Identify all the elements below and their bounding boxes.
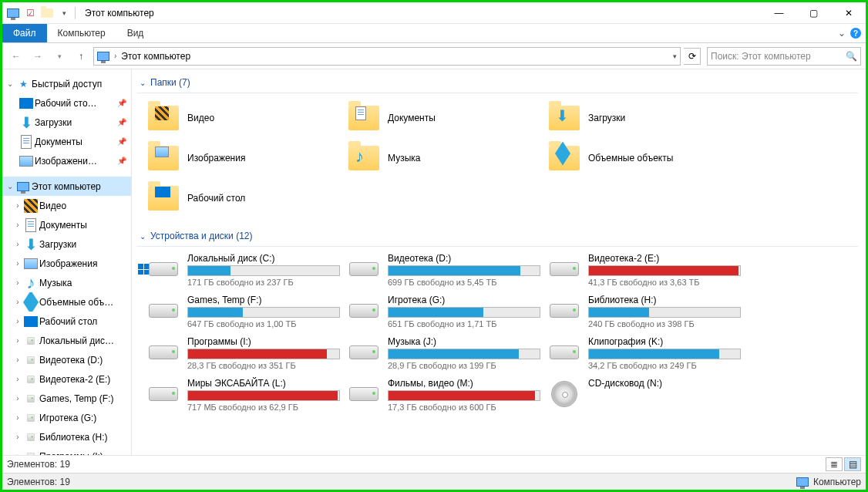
folder-item[interactable]: ♪ Музыка	[348, 140, 540, 177]
qat-newfolder-icon[interactable]	[39, 5, 55, 21]
drive-free-text: 171 ГБ свободно из 237 ГБ	[187, 278, 340, 287]
titlebar: ☑ ▾ Этот компьютер — ▢ ✕	[2, 2, 866, 24]
ribbon-collapse-icon[interactable]: ⌄	[838, 28, 846, 39]
address-icon	[97, 52, 109, 61]
taskbar-right-label: Компьютер	[813, 477, 861, 487]
drive-capacity-bar	[187, 349, 340, 359]
drive-icon	[147, 336, 180, 369]
nav-history-dropdown[interactable]: ▾	[50, 47, 69, 66]
address-text: Этот компьютер	[121, 51, 190, 62]
view-tiles-button[interactable]: ▤	[844, 457, 861, 471]
chevron-right-icon: ›	[114, 52, 116, 60]
drive-name: Видеотека (D:)	[388, 253, 540, 264]
nav-forward-button[interactable]: →	[29, 47, 47, 66]
help-icon[interactable]: ?	[850, 28, 861, 39]
nav-back-button[interactable]: ←	[7, 47, 25, 66]
drive-name: Библиотека (H:)	[588, 295, 741, 305]
download-icon: ⬇	[24, 238, 38, 251]
tree-pc-item[interactable]: ›Видеотека-2 (E:)	[2, 369, 131, 389]
folder-item[interactable]: Объемные объекты	[548, 140, 741, 177]
tree-pc-item[interactable]: ›Рабочий стол	[2, 312, 131, 331]
taskbar-left: Элементов: 19	[7, 477, 70, 487]
nav-up-button[interactable]: ↑	[72, 47, 90, 66]
drive-item[interactable]: Видеотека (D:) 699 ГБ свободно из 5,45 Т…	[348, 253, 540, 287]
tree-pc-item[interactable]: ›Библиотека (H:)	[2, 427, 131, 447]
ribbon-tab-view[interactable]: Вид	[116, 24, 155, 42]
qat-app-icon[interactable]	[5, 5, 21, 21]
address-bar[interactable]: › Этот компьютер ▾	[93, 47, 681, 66]
folder-label: Рабочий стол	[187, 193, 245, 204]
address-dropdown-icon[interactable]: ▾	[673, 52, 677, 60]
view-details-button[interactable]: ≣	[826, 457, 843, 471]
drive-capacity-bar	[388, 390, 540, 401]
drive-name: Миры ЭКСАБАЙТА (L:)	[187, 378, 340, 389]
drive-capacity-bar	[388, 349, 540, 359]
tree-pc-item[interactable]: ›⬇Загрузки	[2, 234, 131, 254]
tree-quick-item[interactable]: Рабочий сто…📌	[2, 93, 131, 113]
drive-item[interactable]: Локальный диск (C:) 171 ГБ свободно из 2…	[147, 253, 340, 287]
drive-capacity-bar	[388, 307, 540, 318]
tree-pc-item[interactable]: ›Изображения	[2, 254, 131, 273]
tree-pc-item[interactable]: ›Games, Temp (F:)	[2, 389, 131, 408]
drive-name: Игротека (G:)	[388, 295, 540, 305]
status-item-count: Элементов: 19	[7, 459, 70, 470]
folder-item[interactable]: Рабочий стол	[147, 180, 340, 217]
tree-this-pc[interactable]: ⌄Этот компьютер	[2, 177, 131, 196]
drive-item[interactable]: CD-дисковод (N:)	[548, 378, 741, 412]
drive-name: Программы (I:)	[187, 336, 340, 347]
drive-icon	[348, 336, 380, 369]
tree-quick-item[interactable]: ⬇Загрузки📌	[2, 113, 131, 132]
drive-item[interactable]: Игротека (G:) 651 ГБ свободно из 1,71 ТБ	[348, 295, 540, 329]
qat-properties-icon[interactable]: ☑	[22, 5, 38, 21]
drive-icon	[147, 295, 180, 327]
ribbon-tab-file[interactable]: Файл	[2, 24, 47, 42]
tree-pc-item[interactable]: ›Программы (I:)	[2, 447, 131, 455]
drive-free-text: 17,3 ГБ свободно из 600 ГБ	[388, 403, 540, 412]
tree-pc-item[interactable]: ›Локальный дис…	[2, 331, 131, 350]
tree-pc-item[interactable]: ›Видеотека (D:)	[2, 350, 131, 369]
drive-item[interactable]: Фильмы, видео (M:) 17,3 ГБ свободно из 6…	[348, 378, 540, 412]
tree-quick-item[interactable]: Изображени…📌	[2, 151, 131, 170]
close-button[interactable]: ✕	[831, 2, 866, 24]
pic-icon	[24, 257, 38, 271]
drive-name: Games, Temp (F:)	[187, 295, 340, 305]
drive-item[interactable]: Программы (I:) 28,3 ГБ свободно из 351 Г…	[147, 336, 340, 370]
folder-item[interactable]: Документы	[348, 99, 540, 136]
tree-quick-item[interactable]: Документы📌	[2, 132, 131, 151]
qat-dropdown-icon[interactable]: ▾	[56, 5, 72, 21]
drive-name: Музыка (J:)	[388, 336, 540, 347]
folder-item[interactable]: Видео	[147, 99, 340, 136]
tree-quick-access[interactable]: ⌄★Быстрый доступ	[2, 74, 131, 93]
folder-label: Документы	[388, 113, 436, 123]
tree-pc-item[interactable]: ›♪Музыка	[2, 273, 131, 292]
drive-icon	[24, 430, 38, 444]
folder-item[interactable]: ⬇ Загрузки	[548, 99, 741, 136]
tree-pc-item[interactable]: ›Видео	[2, 196, 131, 215]
drive-item[interactable]: Миры ЭКСАБАЙТА (L:) 717 МБ свободно из 6…	[147, 378, 340, 412]
folder-item[interactable]: Изображения	[147, 140, 340, 177]
drive-item[interactable]: Видеотека-2 (E:) 41,3 ГБ свободно из 3,6…	[548, 253, 741, 287]
drive-icon	[348, 253, 380, 285]
drive-item[interactable]: Библиотека (H:) 240 ГБ свободно из 398 Г…	[548, 295, 741, 329]
tree-pc-item[interactable]: ›Документы	[2, 215, 131, 234]
group-header-drives[interactable]: ⌄ Устройства и диски (12)	[136, 226, 858, 247]
folder-label: Загрузки	[588, 113, 625, 123]
statusbar: Элементов: 19 ≣ ▤	[2, 455, 866, 473]
drive-item[interactable]: Клипография (K:) 34,2 ГБ свободно из 249…	[548, 336, 741, 370]
drive-item[interactable]: Games, Temp (F:) 647 ГБ свободно из 1,00…	[147, 295, 340, 329]
tree-pc-item[interactable]: ›Объемные объ…	[2, 292, 131, 312]
drive-capacity-bar	[187, 265, 340, 276]
download-icon: ⬇	[19, 116, 33, 130]
ribbon-tab-computer[interactable]: Компьютер	[47, 24, 116, 42]
drive-capacity-bar	[588, 349, 741, 359]
computer-icon	[796, 477, 809, 487]
drive-item[interactable]: Музыка (J:) 28,9 ГБ свободно из 199 ГБ	[348, 336, 540, 370]
refresh-button[interactable]: ⟳	[684, 48, 701, 65]
drive-name: Видеотека-2 (E:)	[588, 253, 741, 264]
group-header-folders[interactable]: ⌄ Папки (7)	[136, 72, 858, 93]
search-input[interactable]: Поиск: Этот компьютер 🔍	[707, 47, 861, 66]
drive-icon	[548, 378, 580, 410]
minimize-button[interactable]: —	[762, 2, 796, 24]
tree-pc-item[interactable]: ›Игротека (G:)	[2, 408, 131, 427]
maximize-button[interactable]: ▢	[796, 2, 831, 24]
